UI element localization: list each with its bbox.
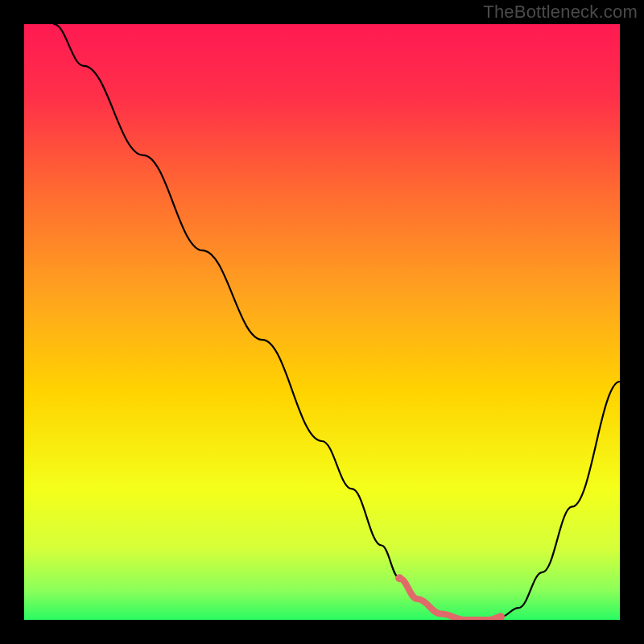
plot-area bbox=[24, 24, 620, 620]
highlight-dot bbox=[395, 574, 403, 582]
gradient-rect bbox=[24, 24, 620, 620]
watermark-text: TheBottleneck.com bbox=[483, 2, 638, 23]
chart-frame: TheBottleneck.com bbox=[0, 0, 644, 644]
chart-svg bbox=[24, 24, 620, 620]
